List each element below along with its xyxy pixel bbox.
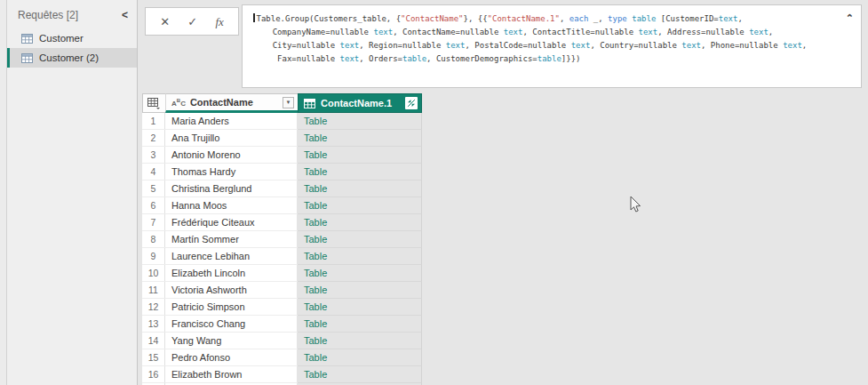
query-list: Customer Customer (2) [7,28,137,68]
table-icon [21,53,33,63]
formula-input[interactable]: ⌃ Table.Group(Customers_table, {"Contact… [242,4,862,88]
table-link[interactable]: Table [304,285,327,295]
row-number[interactable]: 6 [142,197,165,213]
collapse-formula-icon[interactable]: ⌃ [846,12,854,24]
nested-table-cell[interactable]: Table [298,333,422,349]
formula-line: CompanyName=nullable text, ContactName=n… [253,26,838,39]
formula-line: Table.Group(Customers_table, {"ContactNa… [253,12,838,26]
row-number[interactable]: 5 [142,180,165,197]
nested-table-cell[interactable]: Table [298,130,422,147]
nested-table-cell[interactable]: Table [298,349,422,366]
table-row: 5 Christina Berglund Table [142,180,422,197]
table-link[interactable]: Table [304,183,327,194]
formula-line: Fax=nullable text, Orders=table, Custome… [253,52,838,66]
queries-pane-title: Requêtes [2] [18,9,78,21]
nested-table-cell[interactable]: Table [298,113,422,130]
row-number[interactable]: 2 [142,130,165,146]
table-link[interactable]: Table [304,268,327,278]
table-link[interactable]: Table [304,166,327,177]
row-number[interactable]: 14 [142,333,165,349]
contactname-cell[interactable]: Ana Trujillo [165,130,298,146]
table-link[interactable]: Table [304,200,327,211]
contactname-cell[interactable]: Martín Sommer [165,231,298,247]
row-number[interactable]: 9 [142,248,165,264]
column-name: ContactName [190,97,278,108]
row-number[interactable]: 4 [142,164,165,180]
nested-table-cell[interactable]: Table [298,248,422,265]
table-link[interactable]: Table [304,318,327,329]
row-number[interactable]: 1 [142,113,165,129]
nested-table-cell[interactable]: Table [298,164,422,180]
table-row: 9 Laurence Lebihan Table [142,248,422,265]
row-number[interactable]: 15 [142,349,165,365]
query-name: Customer [39,33,84,44]
row-number[interactable]: 3 [142,147,165,163]
add-function-button[interactable]: fx [215,16,223,28]
nested-table-cell[interactable]: Table [298,214,422,231]
cancel-formula-button[interactable]: ✕ [160,16,170,28]
row-number[interactable]: 7 [142,214,165,230]
queries-pane: Requêtes [2] < Customer [7,0,138,385]
formula-line: City=nullable text, Region=nullable text… [253,39,838,52]
nested-table-cell[interactable]: Table [298,282,422,299]
query-list-item[interactable]: Customer (2) [7,48,137,68]
contactname-cell[interactable]: Pedro Afonso [165,349,298,365]
column-header-contactname[interactable]: ABC ContactName ▼ [165,93,298,113]
contactname-cell[interactable]: Maria Anders [165,113,298,129]
table-link[interactable]: Table [304,335,327,346]
contactname-cell[interactable]: Frédérique Citeaux [165,214,298,230]
contactname-cell[interactable]: Patricio Simpson [165,299,298,315]
contactname-cell[interactable]: Yang Wang [165,333,298,349]
nested-table-cell[interactable]: Table [298,231,422,248]
nested-table-cell[interactable]: Table [298,366,422,383]
row-number[interactable]: 12 [142,299,165,315]
column-header-contactname1[interactable]: ContactName.1 [298,93,422,113]
row-number[interactable]: 16 [142,366,165,382]
contactname-cell[interactable]: Christina Berglund [165,180,298,197]
nested-table-cell[interactable]: Table [298,265,422,282]
contactname-cell[interactable]: Francisco Chang [165,316,298,332]
formula-bar: ✕ ✓ fx ⌃ Table.Group(Customers_table, {"… [139,0,868,92]
row-number[interactable]: 8 [142,231,165,247]
table-row: 12 Patricio Simpson Table [142,299,422,316]
table-type-icon [304,99,315,108]
preview-grid: ABC ContactName ▼ ContactName.1 [142,93,422,385]
nested-table-cell[interactable]: Table [298,147,422,164]
contactname-cell[interactable]: Elizabeth Brown [165,366,298,382]
select-all-corner-button[interactable] [142,93,165,113]
contactname-cell[interactable]: Thomas Hardy [165,164,298,180]
row-number[interactable]: 13 [142,316,165,332]
table-link[interactable]: Table [304,217,327,228]
contactname-cell[interactable]: Antonio Moreno [165,147,298,163]
column-name: ContactName.1 [321,98,400,108]
nested-table-cell[interactable]: Table [298,180,422,197]
table-link[interactable]: Table [304,251,327,261]
table-link[interactable]: Table [304,132,327,143]
filter-dropdown-icon[interactable]: ▼ [283,97,294,108]
row-number[interactable]: 11 [142,282,165,298]
table-row: 15 Pedro Afonso Table [142,349,422,366]
table-link[interactable]: Table [304,369,327,380]
table-link[interactable]: Table [304,116,327,126]
collapse-pane-icon[interactable]: < [122,9,128,21]
contactname-cell[interactable]: Victoria Ashworth [165,282,298,298]
contactname-cell[interactable]: Laurence Lebihan [165,248,298,264]
formula-text: Table.Group(Customers_table, {"ContactNa… [253,12,838,66]
nested-table-cell[interactable]: Table [298,299,422,316]
table-row: 10 Elizabeth Lincoln Table [142,265,422,282]
query-list-item[interactable]: Customer [7,28,137,48]
table-link[interactable]: Table [304,234,327,245]
contactname-cell[interactable]: Elizabeth Lincoln [165,265,298,281]
table-row: 4 Thomas Hardy Table [142,164,422,180]
nested-table-cell[interactable]: Table [298,197,422,214]
nested-table-cell[interactable]: Table [298,316,422,333]
table-row: 8 Martín Sommer Table [142,231,422,248]
row-number[interactable]: 10 [142,265,165,281]
table-link[interactable]: Table [304,301,327,312]
table-link[interactable]: Table [304,149,327,160]
table-link[interactable]: Table [304,352,327,363]
contactname-cell[interactable]: Hanna Moos [165,197,298,213]
window-left-edge [0,0,7,385]
commit-formula-button[interactable]: ✓ [187,16,197,28]
expand-column-icon[interactable] [405,97,418,109]
